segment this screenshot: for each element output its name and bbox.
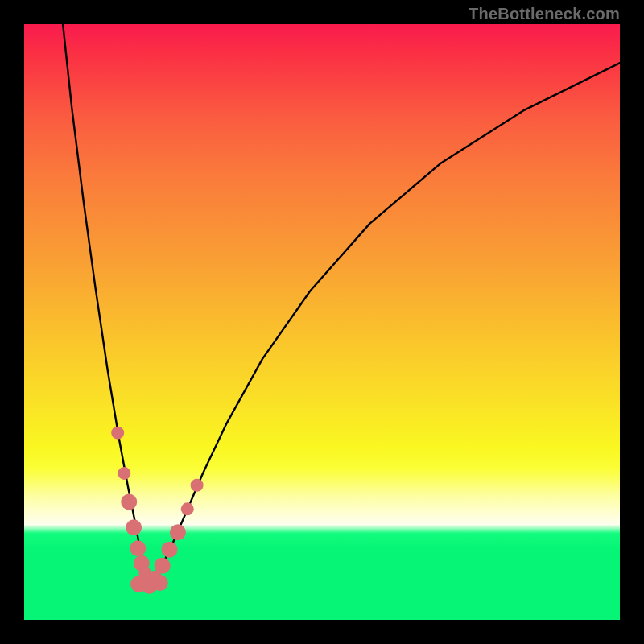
plot-area: [24, 24, 620, 620]
chart-frame: TheBottleneck.com: [0, 0, 644, 644]
watermark-text: TheBottleneck.com: [469, 5, 620, 23]
